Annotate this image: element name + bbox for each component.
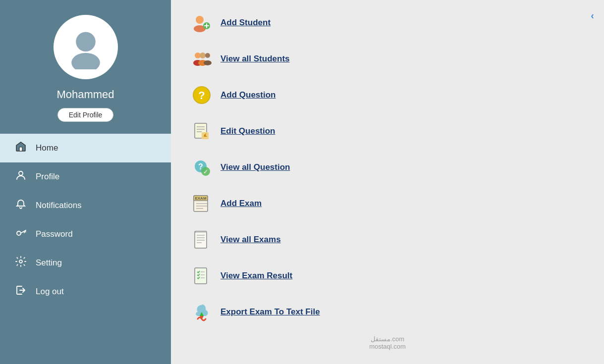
menu-item-add-question[interactable]: ? Add Question bbox=[186, 77, 589, 113]
menu-item-view-all-question[interactable]: ? ✓ View all Question bbox=[186, 150, 589, 186]
svg-text:?: ? bbox=[198, 89, 205, 102]
sidebar-item-home[interactable]: Home bbox=[0, 134, 171, 162]
view-exam-result-icon bbox=[191, 265, 213, 287]
view-all-question-link[interactable]: View all Question bbox=[220, 162, 290, 172]
sidebar: Mohammed Edit Profile Home Profile bbox=[0, 0, 171, 364]
sidebar-item-password[interactable]: Password bbox=[0, 220, 171, 249]
view-all-exams-icon bbox=[191, 229, 213, 251]
svg-point-18 bbox=[205, 53, 210, 58]
sidebar-item-profile-label: Profile bbox=[36, 172, 59, 182]
svg-point-16 bbox=[200, 52, 206, 58]
sidebar-item-password-label: Password bbox=[36, 229, 73, 239]
watermark-latin: mostaql.com bbox=[186, 343, 589, 350]
svg-text:EXAM: EXAM bbox=[195, 196, 206, 201]
sidebar-item-profile[interactable]: Profile bbox=[0, 162, 171, 191]
watermark: مستقل.com mostaql.com bbox=[186, 330, 589, 353]
svg-point-3 bbox=[19, 171, 23, 175]
sidebar-item-home-label: Home bbox=[36, 143, 58, 153]
avatar-icon bbox=[63, 25, 108, 69]
menu-item-add-student[interactable]: Add Student bbox=[186, 5, 589, 41]
edit-question-icon bbox=[191, 120, 213, 142]
view-all-question-icon: ? ✓ bbox=[191, 156, 213, 178]
svg-point-19 bbox=[204, 60, 212, 65]
export-exam-icon bbox=[191, 301, 213, 323]
add-question-icon: ? bbox=[191, 84, 213, 106]
svg-point-8 bbox=[19, 260, 22, 263]
add-exam-link[interactable]: Add Exam bbox=[220, 199, 262, 208]
password-icon bbox=[14, 227, 28, 242]
edit-question-link[interactable]: Edit Question bbox=[220, 126, 275, 136]
svg-rect-39 bbox=[195, 231, 207, 248]
menu-item-add-exam[interactable]: EXAM Add Exam bbox=[186, 186, 589, 222]
home-icon bbox=[14, 141, 28, 156]
menu-item-export-exam[interactable]: Export Exam To Text File bbox=[186, 294, 589, 330]
view-all-students-icon bbox=[191, 48, 213, 70]
export-exam-link[interactable]: Export Exam To Text File bbox=[220, 307, 320, 317]
edit-profile-button[interactable]: Edit Profile bbox=[57, 108, 114, 122]
add-question-link[interactable]: Add Question bbox=[220, 90, 275, 100]
sidebar-item-setting[interactable]: Setting bbox=[0, 249, 171, 277]
svg-rect-2 bbox=[19, 147, 22, 151]
watermark-arabic: مستقل.com bbox=[186, 335, 589, 343]
notifications-icon bbox=[14, 198, 28, 213]
setting-icon bbox=[14, 256, 28, 270]
svg-line-5 bbox=[21, 230, 26, 233]
avatar bbox=[54, 15, 118, 79]
collapse-button[interactable]: ‹ bbox=[591, 10, 594, 21]
menu-item-view-all-exams[interactable]: View all Exams bbox=[186, 222, 589, 258]
sidebar-item-setting-label: Setting bbox=[36, 258, 62, 268]
sidebar-item-notifications[interactable]: Notifications bbox=[0, 191, 171, 220]
svg-text:✓: ✓ bbox=[203, 168, 208, 175]
logout-icon bbox=[14, 284, 28, 299]
menu-item-edit-question[interactable]: Edit Question bbox=[186, 113, 589, 150]
view-all-students-link[interactable]: View all Students bbox=[220, 54, 290, 64]
svg-point-1 bbox=[71, 53, 100, 69]
sidebar-item-logout[interactable]: Log out bbox=[0, 277, 171, 306]
add-exam-icon: EXAM bbox=[191, 193, 213, 214]
add-student-link[interactable]: Add Student bbox=[220, 18, 271, 28]
svg-point-9 bbox=[196, 16, 204, 24]
menu-item-view-exam-result[interactable]: View Exam Result bbox=[186, 258, 589, 294]
view-all-exams-link[interactable]: View all Exams bbox=[220, 235, 281, 245]
profile-icon bbox=[14, 169, 28, 184]
view-exam-result-link[interactable]: View Exam Result bbox=[220, 271, 292, 281]
main-content: ‹ Add Student View all Stude bbox=[171, 0, 604, 364]
menu-item-view-all-students[interactable]: View all Students bbox=[186, 41, 589, 77]
add-student-icon bbox=[191, 12, 213, 34]
nav-menu: Home Profile Notifications bbox=[0, 134, 171, 306]
svg-rect-44 bbox=[195, 268, 207, 284]
sidebar-item-notifications-label: Notifications bbox=[36, 201, 82, 210]
sidebar-item-logout-label: Log out bbox=[36, 287, 64, 297]
svg-point-0 bbox=[76, 32, 96, 52]
username: Mohammed bbox=[56, 88, 114, 101]
